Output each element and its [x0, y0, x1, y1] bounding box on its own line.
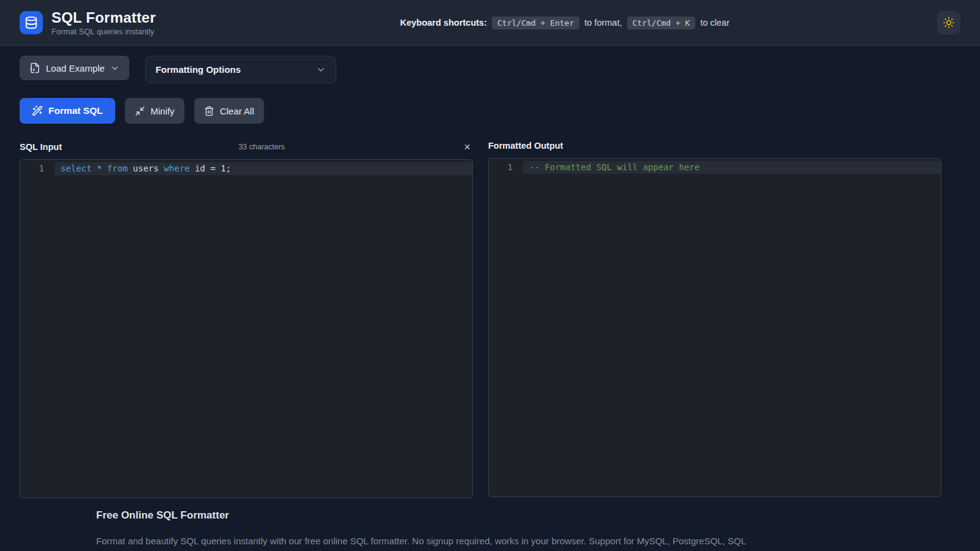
- formatting-options-label: Formatting Options: [156, 64, 241, 75]
- formatted-output-editor[interactable]: 1 -- Formatted SQL will appear here: [488, 158, 941, 497]
- editor-panels: SQL Input 33 characters × 1 select * fro…: [20, 140, 980, 498]
- seo-paragraph: Format and beautify SQL queries instantl…: [96, 534, 884, 549]
- load-example-button[interactable]: Load Example: [20, 56, 129, 80]
- close-icon[interactable]: ×: [461, 141, 473, 152]
- chevron-down-icon: [110, 64, 119, 73]
- shortcuts-clear-text: to clear: [700, 18, 729, 28]
- chevron-down-icon: [316, 65, 326, 75]
- output-placeholder: -- Formatted SQL will appear here: [523, 161, 941, 174]
- shortcuts-format-text: to format,: [584, 18, 622, 28]
- theme-toggle-button[interactable]: [937, 11, 960, 34]
- sql-expression: id = 1;: [195, 163, 231, 173]
- sql-keyword: where: [164, 163, 195, 173]
- line-number: 1: [20, 162, 55, 175]
- sql-keyword: select: [61, 163, 97, 173]
- wand-sparkles-icon: [32, 105, 43, 116]
- page-title: SQL Formatter: [51, 9, 156, 26]
- code-line: 1 -- Formatted SQL will appear here: [489, 161, 941, 174]
- clear-all-label: Clear All: [220, 106, 254, 116]
- formatted-output-panel: Formatted Output 1 -- Formatted SQL will…: [488, 140, 941, 498]
- format-sql-label: Format SQL: [48, 105, 103, 116]
- kbd-clear-shortcut: Ctrl/Cmd + K: [627, 17, 696, 29]
- formatted-output-header: Formatted Output: [488, 140, 941, 152]
- title-block: SQL Formatter Format SQL queries instant…: [51, 9, 156, 37]
- database-icon: [24, 16, 38, 29]
- sql-input-code: select * from users where id = 1;: [55, 162, 472, 175]
- formatted-output-title: Formatted Output: [488, 141, 563, 151]
- file-code-icon: [29, 62, 40, 73]
- sql-input-editor[interactable]: 1 select * from users where id = 1;: [20, 159, 473, 498]
- trash-icon: [204, 106, 214, 116]
- sql-operator: *: [97, 163, 107, 173]
- line-number: 1: [489, 161, 523, 174]
- sql-input-panel: SQL Input 33 characters × 1 select * fro…: [20, 140, 473, 498]
- load-example-label: Load Example: [46, 63, 105, 73]
- sql-identifier: users: [133, 163, 164, 173]
- clear-all-button[interactable]: Clear All: [194, 98, 264, 124]
- sql-input-title: SQL Input: [20, 142, 62, 152]
- page-subtitle: Format SQL queries instantly: [51, 27, 156, 36]
- sql-comment: -- Formatted SQL will appear here: [529, 162, 699, 172]
- toolbar: Load Example Formatting Options: [0, 46, 980, 124]
- minify-label: Minify: [151, 106, 175, 116]
- sun-icon: [943, 17, 955, 29]
- seo-heading: Free Online SQL Formatter: [96, 509, 884, 522]
- keyboard-shortcuts: Keyboard shortcuts: Ctrl/Cmd + Enter to …: [192, 17, 937, 29]
- minify-button[interactable]: Minify: [125, 98, 184, 124]
- character-count: 33 characters: [62, 143, 461, 151]
- code-line: 1 select * from users where id = 1;: [20, 162, 472, 175]
- shortcuts-label: Keyboard shortcuts:: [400, 18, 487, 28]
- minimize-icon: [135, 106, 145, 116]
- seo-section: Free Online SQL Formatter Format and bea…: [96, 509, 884, 549]
- formatting-options-toggle[interactable]: Formatting Options: [145, 56, 336, 83]
- sql-input-header: SQL Input 33 characters ×: [20, 140, 473, 154]
- sql-keyword: from: [107, 163, 133, 173]
- format-sql-button[interactable]: Format SQL: [20, 98, 115, 124]
- app-logo: [20, 11, 43, 34]
- kbd-format-shortcut: Ctrl/Cmd + Enter: [492, 17, 579, 29]
- app-header: SQL Formatter Format SQL queries instant…: [0, 0, 980, 46]
